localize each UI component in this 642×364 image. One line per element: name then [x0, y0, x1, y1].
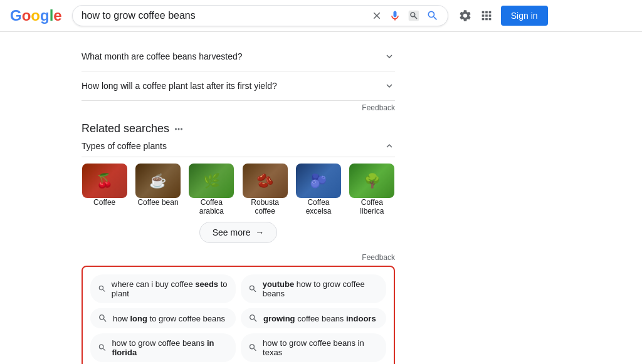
- see-more-button[interactable]: See more →: [199, 222, 277, 243]
- faq-text-2: How long will a coffee plant last after …: [82, 81, 277, 91]
- coffee-type-label-0: Coffee: [93, 198, 115, 207]
- coffee-types-grid: 🍒 Coffee ☕ Coffee bean 🌿 Coffea arabica …: [82, 164, 395, 216]
- search-icon-3: [248, 313, 258, 323]
- related-text-0: where can i buy coffee seeds to plant: [112, 279, 228, 298]
- related-item-0[interactable]: where can i buy coffee seeds to plant: [90, 274, 236, 303]
- robusta-image: 🫘: [243, 164, 288, 198]
- faq-text-1: What month are coffee beans harvested?: [82, 51, 243, 61]
- related-feedback: Feedback: [82, 253, 395, 262]
- clear-button[interactable]: [371, 10, 382, 21]
- coffee-type-label-5: Coffea liberica: [349, 198, 395, 216]
- chevron-down-icon: [384, 51, 395, 62]
- apps-icon: [480, 9, 493, 23]
- faq-feedback: Feedback: [82, 103, 395, 112]
- settings-button[interactable]: [458, 9, 472, 23]
- lens-icon: [408, 9, 420, 22]
- coffee-type-excelsa[interactable]: 🫐 Coffea excelsa: [295, 164, 341, 216]
- related-item-4[interactable]: how to grow coffee beans in florida: [90, 333, 236, 362]
- coffee-type-robusta[interactable]: 🫘 Robusta coffee: [242, 164, 288, 216]
- search-submit-button[interactable]: [426, 9, 439, 22]
- see-more-label: See more: [213, 227, 251, 237]
- more-options-icon: [173, 123, 184, 135]
- related-searches-title: Related searches: [82, 122, 169, 135]
- close-icon: [371, 10, 382, 21]
- related-text-1: youtube how to grow coffee beans: [263, 279, 379, 298]
- faq-item-2[interactable]: How long will a coffee plant last after …: [82, 71, 395, 101]
- apps-button[interactable]: [480, 9, 493, 23]
- liberica-image: 🌳: [349, 164, 394, 198]
- mic-icon: [389, 9, 401, 22]
- coffee-bean-image: ☕: [135, 164, 181, 198]
- chevron-up-icon: [384, 140, 395, 152]
- coffee-type-liberica[interactable]: 🌳 Coffea liberica: [349, 164, 395, 216]
- coffee-types-subheader: Types of coffee plants: [82, 140, 395, 157]
- gear-icon: [458, 9, 472, 23]
- related-item-5[interactable]: how to grow coffee beans in texas: [241, 333, 386, 362]
- related-text-2: how long to grow coffee beans: [113, 314, 225, 323]
- svg-rect-0: [408, 11, 419, 21]
- coffee-type-label-2: Coffea arabica: [189, 198, 234, 216]
- coffee-image: 🍒: [82, 164, 127, 198]
- sign-in-button[interactable]: Sign in: [501, 6, 548, 26]
- google-logo: Google: [10, 7, 62, 24]
- related-item-2[interactable]: how long to grow coffee beans: [90, 308, 236, 328]
- search-icon: [426, 9, 439, 22]
- related-searches-box: where can i buy coffee seeds to plant yo…: [82, 266, 395, 364]
- search-icon-4: [98, 343, 107, 353]
- mic-button[interactable]: [389, 9, 401, 22]
- search-icon-5: [248, 343, 258, 353]
- coffee-types-title: Types of coffee plants: [82, 141, 167, 151]
- faq-item-1[interactable]: What month are coffee beans harvested?: [82, 42, 395, 71]
- coffee-type-label-4: Coffea excelsa: [295, 198, 341, 216]
- arabica-image: 🌿: [189, 164, 234, 198]
- coffee-type-label-1: Coffee bean: [137, 198, 178, 207]
- search-icon-0: [98, 284, 107, 294]
- chevron-down-icon-2: [384, 80, 395, 91]
- header: Google: [0, 0, 642, 32]
- search-icon-1: [248, 284, 258, 294]
- coffee-type-bean[interactable]: ☕ Coffee bean: [135, 164, 181, 216]
- related-item-1[interactable]: youtube how to grow coffee beans: [241, 274, 386, 303]
- search-icon-2: [98, 313, 108, 323]
- header-right: Sign in: [458, 6, 548, 26]
- related-searches-grid: where can i buy coffee seeds to plant yo…: [90, 274, 386, 364]
- coffee-type-label-3: Robusta coffee: [242, 198, 288, 216]
- related-text-5: how to grow coffee beans in texas: [263, 338, 379, 357]
- related-searches-header: Related searches: [82, 122, 395, 135]
- faq-section: What month are coffee beans harvested? H…: [82, 42, 395, 101]
- main-content: What month are coffee beans harvested? H…: [0, 32, 476, 364]
- related-text-3: growing coffee beans indoors: [263, 314, 376, 323]
- search-bar[interactable]: [72, 5, 448, 26]
- related-text-4: how to grow coffee beans in florida: [112, 338, 228, 357]
- coffee-type-coffee[interactable]: 🍒 Coffee: [82, 164, 127, 216]
- coffee-type-arabica[interactable]: 🌿 Coffea arabica: [189, 164, 234, 216]
- search-input[interactable]: [82, 10, 371, 21]
- lens-button[interactable]: [408, 9, 420, 22]
- excelsa-image: 🫐: [296, 164, 341, 198]
- related-item-3[interactable]: growing coffee beans indoors: [241, 308, 386, 328]
